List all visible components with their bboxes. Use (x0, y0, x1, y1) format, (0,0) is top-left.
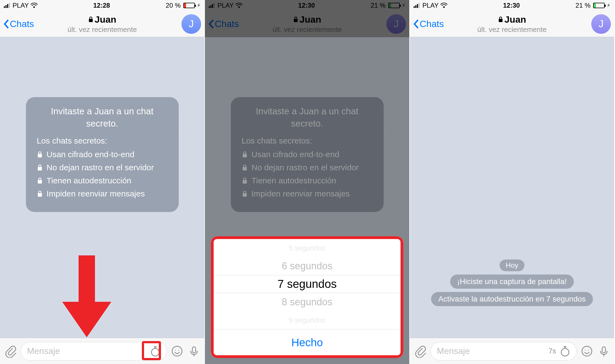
lock-icon (498, 16, 503, 23)
sticker-icon[interactable] (171, 345, 184, 358)
secret-chat-info-bubble: Invitaste a Juan a un chat secreto. Los … (26, 97, 179, 212)
wifi-icon (31, 3, 38, 8)
avatar[interactable]: J (591, 14, 611, 34)
signal-icon (414, 3, 420, 8)
back-button[interactable]: Chats (3, 19, 34, 29)
picker-wheel[interactable]: 5 segundos 6 segundos 7 segundos 8 segun… (214, 239, 401, 329)
battery-icon (593, 3, 605, 8)
chat-area[interactable]: Invitaste a Juan a un chat secreto. Los … (0, 37, 204, 338)
bubble-item: Usan cifrado end-to-end (37, 150, 168, 159)
battery-pct-label: 21 % (575, 2, 590, 9)
svg-rect-2 (38, 167, 42, 171)
timer-badge-label: 7s (549, 347, 556, 355)
system-message-pill: Activaste la autodestrucción en 7 segund… (431, 292, 593, 306)
chat-header: Chats Juan últ. vez recientemente J (410, 11, 614, 37)
chevron-left-icon (413, 19, 419, 29)
picker-option[interactable]: 6 segundos (214, 257, 401, 275)
picker-option[interactable]: 8 segundos (214, 293, 401, 311)
bubble-title-l1: Invitaste a Juan a un chat (51, 106, 153, 116)
svg-rect-9 (192, 347, 196, 353)
svg-point-19 (582, 346, 592, 356)
annotation-highlight-box (142, 341, 161, 360)
wifi-icon (440, 3, 447, 8)
bubble-list-label: Los chats secretos: (37, 136, 168, 145)
screen-2: PLAY 12:30 21 % ⚡︎ Chats Juan últ. vez r… (205, 0, 410, 364)
svg-rect-0 (89, 19, 93, 22)
charging-icon: ⚡︎ (197, 2, 201, 8)
message-input[interactable]: Mensaje 7s (431, 342, 577, 360)
annotation-highlight-box: 5 segundos 6 segundos 7 segundos 8 segun… (211, 236, 403, 358)
bubble-title-l2: secreto. (86, 118, 118, 129)
message-placeholder: Mensaje (27, 346, 60, 356)
sticker-icon[interactable] (580, 345, 593, 358)
header-title-block[interactable]: Juan últ. vez recientemente (67, 14, 137, 34)
mic-icon[interactable] (187, 345, 201, 358)
bubble-item: Impiden reenviar mensajes (37, 189, 168, 198)
lock-icon (88, 16, 94, 23)
message-placeholder: Mensaje (437, 346, 470, 356)
svg-rect-20 (602, 347, 605, 353)
screen-3: PLAY 12:30 21 % ⚡︎ Chats Juan últ. vez r… (410, 0, 615, 364)
clock-label: 12:28 (93, 2, 110, 9)
svg-rect-4 (38, 193, 42, 197)
header-title-block[interactable]: Juan últ. vez recientemente (477, 14, 547, 34)
picker-done-button[interactable]: Hecho (214, 329, 401, 355)
charging-icon: ⚡︎ (607, 2, 610, 8)
chat-header: Chats Juan últ. vez recientemente J (0, 11, 204, 37)
compose-toolbar: Mensaje (0, 338, 204, 364)
battery-pct-label: 20 % (166, 2, 181, 9)
chat-area[interactable]: Hoy ¡Hiciste una captura de pantalla! Ac… (410, 37, 614, 338)
compose-toolbar: Mensaje 7s (410, 338, 614, 364)
avatar[interactable]: J (181, 14, 201, 34)
svg-point-8 (172, 346, 182, 356)
mic-icon[interactable] (597, 345, 610, 358)
contact-name: Juan (504, 14, 526, 25)
date-pill: Hoy (500, 259, 524, 271)
self-destruct-timer-button[interactable]: 7s (549, 345, 570, 357)
status-bar: PLAY 12:30 21 % ⚡︎ (410, 0, 614, 11)
carrier-label: PLAY (13, 2, 29, 9)
contact-name: Juan (95, 14, 116, 25)
picker-option[interactable]: 5 segundos (214, 239, 401, 257)
signal-icon (4, 3, 10, 8)
carrier-label: PLAY (422, 2, 439, 9)
screen-1: PLAY 12:28 20 % ⚡︎ Chats Juan últ. vez r… (0, 0, 205, 364)
svg-rect-1 (38, 154, 42, 157)
svg-rect-17 (564, 346, 566, 347)
attach-icon[interactable] (414, 345, 427, 358)
last-seen-label: últ. vez recientemente (67, 25, 137, 34)
bubble-item: No dejan rastro en el servidor (37, 163, 168, 172)
stopwatch-icon (560, 345, 570, 357)
svg-point-16 (561, 348, 569, 356)
attach-icon[interactable] (4, 345, 17, 358)
annotation-arrow-icon (62, 255, 111, 337)
battery-icon (183, 3, 195, 8)
svg-rect-15 (499, 19, 503, 22)
back-button[interactable]: Chats (413, 19, 444, 29)
back-label: Chats (10, 19, 34, 29)
picker-option[interactable]: 9 segundos (214, 311, 401, 329)
bubble-item: Tienen autodestrucción (37, 176, 168, 185)
status-bar: PLAY 12:28 20 % ⚡︎ (0, 0, 204, 11)
svg-rect-3 (38, 180, 42, 184)
chevron-left-icon (3, 19, 9, 29)
back-label: Chats (420, 19, 444, 29)
timer-picker-sheet: 5 segundos 6 segundos 7 segundos 8 segun… (211, 236, 403, 358)
system-message-pill: ¡Hiciste una captura de pantalla! (450, 275, 574, 289)
clock-label: 12:30 (503, 2, 520, 9)
last-seen-label: últ. vez recientemente (477, 25, 547, 34)
